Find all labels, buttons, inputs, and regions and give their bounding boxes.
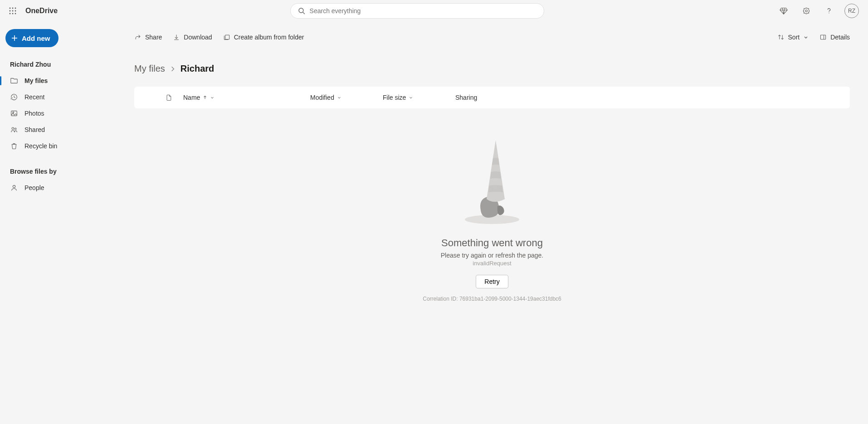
svg-point-0 [10, 8, 11, 9]
svg-point-11 [805, 10, 808, 12]
waffle-icon [9, 7, 16, 15]
error-state: Something went wrong Please try again or… [134, 136, 850, 302]
details-label: Details [830, 34, 850, 41]
svg-point-19 [15, 128, 16, 130]
help-icon [825, 7, 833, 15]
breadcrumb-current: Richard [180, 63, 214, 74]
correlation-prefix: Correlation ID: [423, 296, 459, 302]
sidebar-item-photos[interactable]: Photos [5, 105, 111, 122]
file-type-icon [165, 94, 183, 101]
recycle-icon [10, 142, 18, 150]
error-subtitle: Please try again or refresh the page. [441, 252, 543, 259]
toolbar: Share Download Create album from folder … [134, 22, 850, 47]
diamond-icon [780, 7, 788, 15]
sort-button[interactable]: Sort [777, 34, 809, 41]
column-header-name[interactable]: Name [183, 94, 310, 101]
details-button[interactable]: Details [819, 34, 850, 41]
download-button[interactable]: Download [173, 34, 212, 41]
create-album-label: Create album from folder [234, 34, 304, 41]
search-container [58, 3, 776, 19]
avatar[interactable]: RZ [844, 4, 859, 18]
svg-point-17 [13, 112, 14, 113]
photos-icon [10, 109, 18, 117]
settings-button[interactable] [799, 4, 814, 18]
recent-icon [10, 93, 18, 101]
app-launcher-button[interactable] [5, 4, 20, 18]
shared-icon [10, 126, 18, 134]
svg-rect-16 [11, 111, 17, 116]
download-icon [173, 34, 180, 41]
share-button[interactable]: Share [134, 34, 162, 41]
chevron-down-icon [803, 34, 809, 40]
chevron-down-icon [409, 95, 413, 100]
correlation-id: Correlation ID: 76931ba1-2099-5000-1344-… [423, 296, 561, 302]
share-label: Share [145, 34, 162, 41]
chevron-down-icon [337, 95, 341, 100]
modified-header-label: Modified [310, 94, 334, 101]
sort-icon [777, 34, 785, 41]
svg-line-10 [303, 12, 305, 14]
svg-point-20 [13, 185, 15, 188]
folder-icon [10, 77, 18, 85]
svg-point-5 [15, 10, 16, 12]
svg-point-9 [299, 8, 303, 13]
search-input[interactable] [310, 7, 536, 15]
search-box[interactable] [290, 3, 544, 19]
error-title: Something went wrong [441, 237, 543, 249]
download-label: Download [184, 34, 212, 41]
premium-button[interactable] [776, 4, 791, 18]
details-icon [819, 34, 827, 41]
create-album-button[interactable]: Create album from folder [223, 34, 304, 41]
app-title: OneDrive [25, 7, 58, 15]
svg-point-6 [10, 13, 11, 15]
share-icon [134, 34, 141, 41]
retry-button[interactable]: Retry [476, 275, 508, 288]
sidebar-item-label: Photos [24, 110, 44, 117]
column-header-modified[interactable]: Modified [310, 94, 383, 101]
sidebar-item-people[interactable]: People [5, 180, 111, 196]
sort-up-icon [203, 95, 207, 100]
svg-point-18 [12, 127, 14, 130]
gear-icon [802, 7, 810, 15]
breadcrumb-parent[interactable]: My files [134, 63, 165, 74]
sidebar-item-label: People [24, 184, 44, 191]
sidebar-item-recycle-bin[interactable]: Recycle bin [5, 138, 111, 154]
sidebar-item-recent[interactable]: Recent [5, 89, 111, 105]
sidebar-browse-title: Browse files by [10, 168, 111, 175]
sidebar-item-label: My files [24, 77, 48, 84]
svg-point-1 [12, 8, 14, 9]
error-illustration-icon [456, 136, 528, 226]
search-icon [298, 7, 305, 15]
plus-icon [11, 34, 18, 42]
svg-point-7 [12, 13, 14, 15]
header-right: RZ [776, 4, 863, 18]
sidebar-item-my-files[interactable]: My files [5, 73, 111, 89]
svg-point-8 [15, 13, 16, 15]
album-icon [223, 34, 230, 41]
svg-rect-22 [821, 35, 826, 39]
add-new-label: Add new [22, 34, 50, 42]
avatar-initials: RZ [848, 8, 855, 14]
svg-rect-21 [225, 35, 229, 39]
sidebar: Add new Richard Zhou My files Recent Pho… [0, 22, 116, 424]
help-button[interactable] [822, 4, 836, 18]
svg-point-3 [10, 10, 11, 12]
sidebar-item-shared[interactable]: Shared [5, 122, 111, 138]
chevron-down-icon [210, 95, 215, 100]
sidebar-item-label: Shared [24, 126, 45, 133]
svg-point-12 [804, 8, 809, 14]
name-header-label: Name [183, 94, 200, 101]
column-header-sharing[interactable]: Sharing [455, 94, 546, 101]
sort-label: Sort [788, 34, 800, 41]
column-header-size[interactable]: File size [383, 94, 455, 101]
svg-point-2 [15, 8, 16, 9]
breadcrumb: My files Richard [134, 63, 850, 74]
error-code: invalidRequest [473, 260, 511, 267]
table-header: Name Modified File size Sharing [134, 87, 850, 108]
sidebar-item-label: Recent [24, 93, 44, 101]
sidebar-item-label: Recycle bin [24, 142, 57, 150]
sidebar-user-name: Richard Zhou [10, 61, 111, 68]
add-new-button[interactable]: Add new [5, 29, 59, 47]
main-content: Share Download Create album from folder … [116, 22, 868, 424]
size-header-label: File size [383, 94, 406, 101]
